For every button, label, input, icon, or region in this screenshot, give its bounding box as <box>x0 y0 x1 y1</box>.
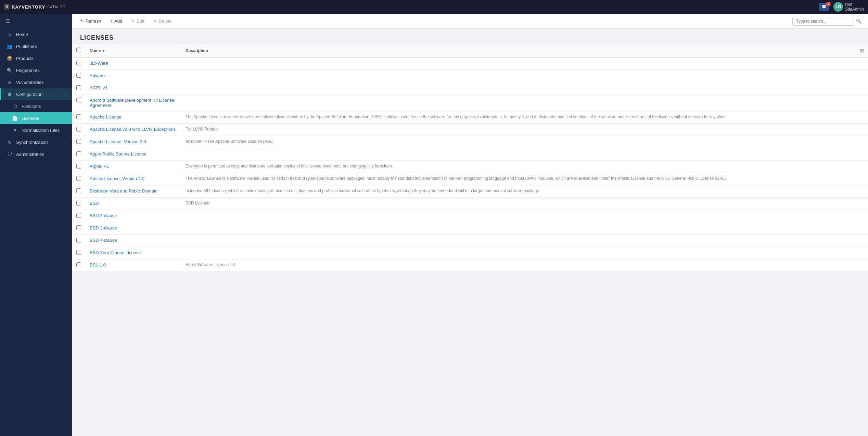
sidebar-item-vulnerabilities[interactable]: ⚠ Vulnerabilities <box>0 76 72 88</box>
home-icon: ⌂ <box>7 32 13 37</box>
header-description-col: Description <box>181 44 856 57</box>
row-checkbox-cell <box>72 70 86 82</box>
row-checkbox[interactable] <box>76 250 81 255</box>
search-button[interactable]: 🔍 <box>854 17 864 25</box>
column-settings-icon[interactable]: ⊞ <box>860 48 864 53</box>
vulnerabilities-icon: ⚠ <box>7 80 13 85</box>
row-settings-cell <box>856 111 868 124</box>
table-row: BSD Zero Clause License <box>72 247 868 259</box>
sidebar-item-functions[interactable]: ⬡ Functions <box>0 100 72 112</box>
row-name-cell[interactable]: Artistic License, Version 2.0 <box>86 173 181 185</box>
sidebar-label-functions: Functions <box>22 104 41 109</box>
search-input[interactable] <box>792 17 854 26</box>
sidebar-item-licenses[interactable]: 📄 Licenses <box>0 112 72 124</box>
row-name-cell[interactable]: BSD 3-clause <box>86 222 181 235</box>
row-name-cell[interactable]: BSD 4-clause <box>86 235 181 247</box>
row-name-cell[interactable]: Apple Public Source License <box>86 148 181 161</box>
row-checkbox[interactable] <box>76 213 81 218</box>
sidebar-item-home[interactable]: ⌂ Home <box>0 28 72 40</box>
row-name-cell[interactable]: Apache License v2.0 with LLVM Exceptions <box>86 124 181 136</box>
menu-toggle[interactable]: ☰ <box>0 14 72 28</box>
refresh-button[interactable]: ↻ Refresh <box>76 16 105 26</box>
row-name-cell[interactable]: AGPL v3 <box>86 82 181 95</box>
row-checkbox[interactable] <box>76 238 81 242</box>
delete-button[interactable]: ✕ Delete <box>149 16 176 26</box>
table-row: Apache License v2.0 with LLVM Exceptions… <box>72 124 868 136</box>
table-row: BSD 2-clause <box>72 210 868 222</box>
row-name-cell[interactable]: Adware <box>86 70 181 82</box>
sidebar-item-administration[interactable]: 🛡 Administration › <box>0 148 72 160</box>
header-name-col[interactable]: Name ▼ <box>86 44 181 57</box>
select-all-checkbox[interactable] <box>76 48 81 52</box>
table-row: BSD 4-clause <box>72 235 868 247</box>
sidebar-label-vulnerabilities: Vulnerabilities <box>16 80 43 85</box>
sync-arrow: › <box>65 140 66 144</box>
row-name-cell[interactable]: Apache License <box>86 111 181 124</box>
row-settings-cell <box>856 95 868 111</box>
row-checkbox[interactable] <box>76 225 81 230</box>
add-button[interactable]: + Add <box>106 16 127 26</box>
row-checkbox[interactable] <box>76 151 81 156</box>
row-settings-cell <box>856 173 868 185</box>
row-checkbox[interactable] <box>76 98 81 102</box>
row-checkbox[interactable] <box>76 262 81 267</box>
sidebar-item-normalization-rules[interactable]: ≡ Normalization rules <box>0 124 72 136</box>
row-checkbox[interactable] <box>76 188 81 193</box>
row-checkbox[interactable] <box>76 85 81 90</box>
sidebar-item-synchronization[interactable]: ↻ Synchronization › <box>0 136 72 148</box>
fingerprints-icon: 🔍 <box>7 68 13 73</box>
edit-button[interactable]: ✎ Edit <box>127 16 148 26</box>
row-checkbox[interactable] <box>76 127 81 132</box>
topbar: R RAYVENTORY CATALOG 💬 4 LO root SiteAdm… <box>0 0 868 14</box>
user-details: root SiteAdmin <box>845 2 864 12</box>
row-description-cell: BSD License <box>181 198 856 210</box>
row-description-cell <box>181 247 856 259</box>
content-area: ↻ Refresh + Add ✎ Edit ✕ Delete 🔍 <box>72 14 868 436</box>
table-row: Android Software Development Kit License… <box>72 95 868 111</box>
row-name-cell[interactable]: Arphic PL <box>86 161 181 173</box>
row-checkbox-cell <box>72 185 86 198</box>
row-name-cell[interactable]: BSD 2-clause <box>86 210 181 222</box>
table-row: Apple Public Source License <box>72 148 868 161</box>
row-checkbox[interactable] <box>76 61 81 65</box>
add-icon: + <box>110 18 113 24</box>
licenses-icon: 📄 <box>12 116 18 121</box>
sidebar-item-fingerprints[interactable]: 🔍 Fingerprints › <box>0 64 72 76</box>
row-name-cell[interactable]: Bitstream Vera and Public Domain <box>86 185 181 198</box>
row-checkbox[interactable] <box>76 164 81 169</box>
search-icon: 🔍 <box>856 18 862 24</box>
row-name-cell[interactable]: BSL-1.0 <box>86 259 181 272</box>
row-description-cell <box>181 235 856 247</box>
row-name-cell[interactable]: 3DxWare <box>86 57 181 70</box>
row-checkbox[interactable] <box>76 139 81 144</box>
row-checkbox-cell <box>72 235 86 247</box>
row-description-cell <box>181 57 856 70</box>
logo-text: RAYVENTORY <box>12 4 45 10</box>
row-name-cell[interactable]: Android Software Development Kit License… <box>86 95 181 111</box>
row-settings-cell <box>856 124 868 136</box>
user-info: LO root SiteAdmin <box>833 2 864 12</box>
row-checkbox[interactable] <box>76 201 81 205</box>
sidebar-item-products[interactable]: 📦 Products <box>0 52 72 64</box>
row-checkbox-cell <box>72 82 86 95</box>
row-checkbox[interactable] <box>76 114 81 119</box>
name-header-label: Name <box>90 48 101 53</box>
row-checkbox[interactable] <box>76 73 81 78</box>
sidebar-label-licenses: Licenses <box>22 116 39 121</box>
sidebar-item-configuration[interactable]: ⚙ Configuration › <box>0 88 72 100</box>
delete-icon: ✕ <box>153 18 157 24</box>
sidebar-item-publishers[interactable]: 👥 Publishers <box>0 40 72 52</box>
row-name-cell[interactable]: Apache License, Version 2.0 <box>86 136 181 148</box>
row-name-cell[interactable]: BSD <box>86 198 181 210</box>
row-name-cell[interactable]: BSD Zero Clause License <box>86 247 181 259</box>
sidebar-label-fingerprints: Fingerprints <box>16 68 40 73</box>
row-checkbox-cell <box>72 95 86 111</box>
notification-button[interactable]: 💬 4 <box>819 3 829 11</box>
app-logo: R RAYVENTORY CATALOG <box>4 4 66 10</box>
row-checkbox[interactable] <box>76 176 81 181</box>
row-description-cell: For LLVM Product <box>181 124 856 136</box>
add-label: Add <box>114 18 122 24</box>
sidebar-label-publishers: Publishers <box>16 44 37 49</box>
row-checkbox-cell <box>72 259 86 272</box>
row-description-cell <box>181 148 856 161</box>
